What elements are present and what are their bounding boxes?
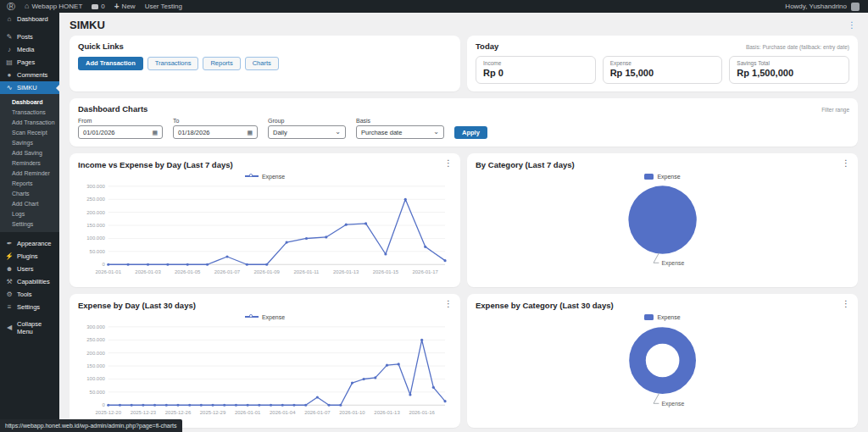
chart-kebab-menu-icon[interactable]: ⋮	[444, 300, 453, 308]
svg-text:2026-01-17: 2026-01-17	[413, 269, 438, 274]
submenu-item-add-transaction[interactable]: Add Transaction	[0, 117, 59, 127]
sidebar-item-label: Settings	[17, 303, 40, 311]
reports-button[interactable]: Reports	[203, 57, 240, 70]
comments-bubble[interactable]: 0	[92, 3, 104, 10]
chart-kebab-menu-icon[interactable]: ⋮	[842, 159, 850, 168]
chart-kebab-menu-icon[interactable]: ⋮	[842, 300, 850, 308]
simku-chart-icon: ∿	[5, 84, 14, 91]
svg-text:2026-01-16: 2026-01-16	[409, 410, 435, 415]
sidebar-item-capabilities[interactable]: ⚒Capabilities	[0, 275, 59, 288]
savings-label: Savings Total	[737, 60, 842, 66]
add-transaction-button[interactable]: Add Transaction	[78, 57, 143, 70]
chart-card-income-vs-expense: Income vs Expense by Day (Last 7 days) ⋮…	[70, 153, 460, 287]
calendar-icon: ▦	[247, 130, 253, 136]
sidebar-item-label: Appearance	[17, 240, 51, 247]
site-link[interactable]: ⌂ Webapp HONET	[25, 3, 82, 10]
submenu-item-scan-receipt[interactable]: Scan Receipt	[0, 127, 59, 137]
sidebar-item-settings[interactable]: ≡Settings	[0, 301, 59, 313]
svg-text:2026-01-05: 2026-01-05	[175, 269, 201, 274]
submenu-item-charts[interactable]: Charts	[0, 188, 59, 198]
submenu-item-savings[interactable]: Savings	[0, 137, 59, 147]
svg-text:2026-01-09: 2026-01-09	[253, 269, 279, 274]
plus-icon: +	[114, 3, 120, 10]
charts-button[interactable]: Charts	[245, 57, 279, 70]
chart-legend[interactable]: Expense	[78, 313, 452, 321]
svg-text:2026-01-13: 2026-01-13	[374, 410, 400, 415]
sidebar-item-posts[interactable]: ✎Posts	[0, 30, 59, 43]
submenu-item-add-reminder[interactable]: Add Reminder	[0, 168, 59, 178]
chevron-down-icon: ⌄	[433, 130, 439, 135]
dashboard-charts-filter-card: Dashboard Charts Filter range From 01/01…	[70, 98, 858, 147]
legend-swatch-icon	[644, 314, 654, 320]
avatar[interactable]	[851, 3, 860, 11]
basis-select[interactable]: Purchase date ⌄	[356, 125, 444, 139]
legend-line-marker-icon	[245, 316, 259, 318]
svg-text:Expense: Expense	[661, 401, 684, 407]
svg-text:200.000: 200.000	[86, 351, 105, 356]
sidebar-item-label: Comments	[17, 71, 47, 79]
page-shortcut[interactable]: User Testing	[145, 3, 182, 10]
submenu-item-dashboard[interactable]: Dashboard	[0, 97, 59, 107]
basis-select-value: Purchase date	[361, 129, 402, 136]
svg-text:200.000: 200.000	[86, 210, 105, 215]
sidebar-item-users[interactable]: ☻Users	[0, 263, 59, 275]
dashboard-icon: ⌂	[5, 15, 14, 23]
legend-label: Expense	[262, 314, 285, 320]
svg-text:2026-01-11: 2026-01-11	[293, 269, 319, 274]
to-date-input[interactable]: 01/18/2026 ▦	[173, 125, 258, 139]
submenu-item-reports[interactable]: Reports	[0, 178, 59, 188]
svg-text:2026-01-01: 2026-01-01	[96, 269, 121, 274]
sidebar-item-pages[interactable]: ▤Pages	[0, 56, 59, 69]
today-card: Today Basis: Purchase date (fallback: en…	[467, 36, 858, 91]
calendar-icon: ▦	[152, 130, 158, 136]
sidebar-item-comments[interactable]: ●Comments	[0, 69, 59, 81]
group-select-value: Daily	[273, 129, 287, 136]
chart-kebab-menu-icon[interactable]: ⋮	[444, 159, 453, 168]
line-chart-expense-by-day: 050.000100.000150.000200.000250.000300.0…	[78, 321, 452, 418]
savings-summary-card: Savings Total Rp 1,500,000	[729, 56, 849, 84]
sidebar-item-plugins[interactable]: ⚡Plugins	[0, 250, 59, 263]
submenu-item-settings[interactable]: Settings	[0, 219, 59, 229]
wordpress-logo-icon[interactable]: Ⓡ	[7, 3, 15, 11]
dashboard-charts-title: Dashboard Charts	[78, 104, 147, 114]
tools-icon: ⚙	[5, 291, 14, 298]
sidebar-item-dashboard[interactable]: ⌂Dashboard	[0, 13, 59, 25]
sidebar-item-media[interactable]: ♪Media	[0, 43, 59, 56]
svg-text:250.000: 250.000	[86, 337, 105, 342]
submenu-item-add-chart[interactable]: Add Chart	[0, 198, 59, 208]
pages-icon: ▤	[5, 58, 14, 66]
chart-card-by-category-7d: By Category (Last 7 days) ⋮ Expense Expe…	[467, 153, 858, 287]
users-icon: ☻	[5, 265, 14, 273]
legend-line-marker-icon	[245, 175, 259, 177]
submenu-item-transactions[interactable]: Transactions	[0, 107, 59, 117]
svg-text:300.000: 300.000	[86, 184, 105, 189]
svg-text:2026-01-07: 2026-01-07	[214, 269, 240, 274]
group-select[interactable]: Daily ⌄	[268, 125, 346, 139]
new-menu[interactable]: + New	[114, 3, 136, 10]
sidebar-item-tools[interactable]: ⚙Tools	[0, 288, 59, 301]
chart-legend[interactable]: Expense	[78, 172, 452, 180]
submenu-item-reminders[interactable]: Reminders	[0, 158, 59, 168]
apply-button[interactable]: Apply	[454, 126, 487, 140]
sidebar-item-collapse-menu[interactable]: ◀Collapse Menu	[0, 321, 59, 334]
sidebar-item-appearance[interactable]: ✒Appearance	[0, 237, 59, 250]
sidebar-item-label: Dashboard	[17, 15, 48, 23]
transactions-button[interactable]: Transactions	[147, 57, 199, 70]
svg-text:2026-01-01: 2026-01-01	[235, 410, 260, 415]
submenu-item-logs[interactable]: Logs	[0, 208, 59, 219]
chart-legend[interactable]: Expense	[476, 313, 849, 321]
svg-text:Expense: Expense	[661, 260, 684, 267]
from-date-input[interactable]: 01/01/2026 ▦	[78, 125, 163, 139]
submenu-item-add-saving[interactable]: Add Saving	[0, 147, 59, 158]
svg-text:2026-01-15: 2026-01-15	[373, 269, 399, 274]
chart-title: Expense by Category (Last 30 days)	[476, 301, 849, 310]
chart-legend[interactable]: Expense	[476, 172, 849, 180]
howdy-user[interactable]: Howdy, Yushandrino	[785, 3, 847, 10]
svg-text:2026-01-04: 2026-01-04	[270, 410, 296, 415]
basis-note: Basis: Purchase date (fallback: entry da…	[746, 44, 849, 50]
svg-text:150.000: 150.000	[86, 223, 105, 228]
page-kebab-menu-icon[interactable]: ⋮	[848, 21, 856, 30]
from-label: From	[78, 118, 163, 124]
sidebar-item-simku[interactable]: ∿SIMKU	[0, 81, 59, 94]
svg-text:50.000: 50.000	[90, 390, 106, 395]
